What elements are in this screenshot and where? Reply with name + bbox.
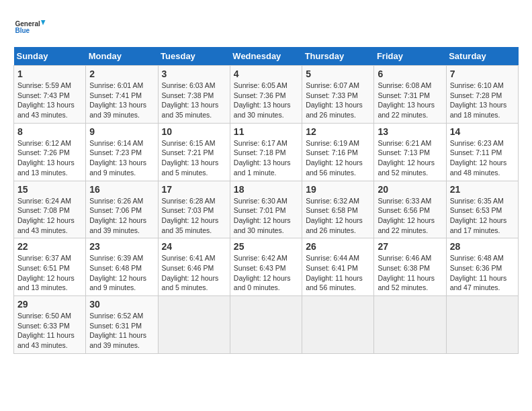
day-number: 20 (378, 184, 442, 195)
calendar-cell: 4Sunrise: 6:05 AMSunset: 7:36 PMDaylight… (230, 66, 302, 124)
svg-text:General: General (15, 20, 40, 28)
day-info: Sunrise: 6:14 AMSunset: 7:23 PMDaylight:… (89, 138, 154, 178)
day-header-friday: Friday (374, 47, 446, 66)
day-info: Sunrise: 6:23 AMSunset: 7:11 PMDaylight:… (450, 138, 515, 178)
day-number: 22 (17, 241, 82, 252)
day-header-tuesday: Tuesday (158, 47, 230, 66)
day-info: Sunrise: 6:21 AMSunset: 7:13 PMDaylight:… (378, 138, 442, 178)
day-number: 13 (378, 126, 442, 137)
calendar-cell: 22Sunrise: 6:37 AMSunset: 6:51 PMDayligh… (14, 238, 86, 296)
day-number: 5 (306, 68, 370, 79)
day-number: 2 (89, 68, 154, 79)
calendar-table: SundayMondayTuesdayWednesdayThursdayFrid… (13, 47, 519, 354)
day-info: Sunrise: 6:35 AMSunset: 6:53 PMDaylight:… (450, 196, 515, 236)
day-info: Sunrise: 6:05 AMSunset: 7:36 PMDaylight:… (234, 81, 298, 120)
day-info: Sunrise: 6:37 AMSunset: 6:51 PMDaylight:… (17, 253, 82, 293)
calendar-cell: 9Sunrise: 6:14 AMSunset: 7:23 PMDaylight… (86, 123, 158, 181)
day-info: Sunrise: 6:03 AMSunset: 7:38 PMDaylight:… (162, 81, 226, 120)
day-header-thursday: Thursday (302, 47, 374, 66)
calendar-week-3: 15Sunrise: 6:24 AMSunset: 7:08 PMDayligh… (14, 181, 519, 238)
day-info: Sunrise: 6:07 AMSunset: 7:33 PMDaylight:… (306, 81, 370, 120)
day-info: Sunrise: 6:26 AMSunset: 7:06 PMDaylight:… (89, 196, 154, 236)
day-info: Sunrise: 5:59 AMSunset: 7:43 PMDaylight:… (17, 81, 82, 120)
day-header-monday: Monday (86, 47, 158, 66)
day-info: Sunrise: 6:12 AMSunset: 7:26 PMDaylight:… (17, 138, 82, 178)
calendar-cell: 18Sunrise: 6:30 AMSunset: 7:01 PMDayligh… (230, 181, 302, 238)
logo-svg: General Blue (13, 13, 47, 40)
calendar-cell: 1Sunrise: 5:59 AMSunset: 7:43 PMDaylight… (14, 66, 86, 124)
calendar-cell: 15Sunrise: 6:24 AMSunset: 7:08 PMDayligh… (14, 181, 86, 238)
day-number: 3 (162, 68, 226, 79)
calendar-cell: 11Sunrise: 6:17 AMSunset: 7:18 PMDayligh… (230, 123, 302, 181)
day-info: Sunrise: 6:48 AMSunset: 6:36 PMDaylight:… (450, 253, 515, 293)
day-number: 9 (89, 126, 154, 137)
svg-marker-2 (41, 20, 46, 26)
day-number: 26 (306, 241, 370, 252)
calendar-cell: 21Sunrise: 6:35 AMSunset: 6:53 PMDayligh… (446, 181, 518, 238)
calendar-cell (374, 296, 446, 354)
day-info: Sunrise: 6:15 AMSunset: 7:21 PMDaylight:… (162, 138, 226, 178)
day-number: 24 (162, 241, 226, 252)
day-number: 1 (17, 68, 82, 79)
day-info: Sunrise: 6:30 AMSunset: 7:01 PMDaylight:… (234, 196, 298, 236)
day-header-saturday: Saturday (446, 47, 518, 66)
day-number: 30 (89, 299, 154, 310)
day-number: 28 (450, 241, 515, 252)
calendar-cell: 13Sunrise: 6:21 AMSunset: 7:13 PMDayligh… (374, 123, 446, 181)
day-info: Sunrise: 6:44 AMSunset: 6:41 PMDaylight:… (306, 253, 370, 293)
calendar-cell: 29Sunrise: 6:50 AMSunset: 6:33 PMDayligh… (14, 296, 86, 354)
day-info: Sunrise: 6:52 AMSunset: 6:31 PMDaylight:… (89, 311, 154, 351)
calendar-cell: 23Sunrise: 6:39 AMSunset: 6:48 PMDayligh… (86, 238, 158, 296)
calendar-cell: 2Sunrise: 6:01 AMSunset: 7:41 PMDaylight… (86, 66, 158, 124)
day-info: Sunrise: 6:01 AMSunset: 7:41 PMDaylight:… (89, 81, 154, 120)
day-number: 15 (17, 184, 82, 195)
calendar-cell: 6Sunrise: 6:08 AMSunset: 7:31 PMDaylight… (374, 66, 446, 124)
calendar-cell: 5Sunrise: 6:07 AMSunset: 7:33 PMDaylight… (302, 66, 374, 124)
calendar-cell (446, 296, 518, 354)
day-info: Sunrise: 6:39 AMSunset: 6:48 PMDaylight:… (89, 253, 154, 293)
day-info: Sunrise: 6:24 AMSunset: 7:08 PMDaylight:… (17, 196, 82, 236)
day-number: 11 (234, 126, 298, 137)
day-info: Sunrise: 6:28 AMSunset: 7:03 PMDaylight:… (162, 196, 226, 236)
calendar-cell: 26Sunrise: 6:44 AMSunset: 6:41 PMDayligh… (302, 238, 374, 296)
day-info: Sunrise: 6:33 AMSunset: 6:56 PMDaylight:… (378, 196, 442, 236)
calendar-cell: 24Sunrise: 6:41 AMSunset: 6:46 PMDayligh… (158, 238, 230, 296)
day-header-sunday: Sunday (14, 47, 86, 66)
calendar-cell: 14Sunrise: 6:23 AMSunset: 7:11 PMDayligh… (446, 123, 518, 181)
calendar-cell: 28Sunrise: 6:48 AMSunset: 6:36 PMDayligh… (446, 238, 518, 296)
calendar-cell: 30Sunrise: 6:52 AMSunset: 6:31 PMDayligh… (86, 296, 158, 354)
day-number: 14 (450, 126, 515, 137)
day-info: Sunrise: 6:08 AMSunset: 7:31 PMDaylight:… (378, 81, 442, 120)
day-number: 7 (450, 68, 515, 79)
day-number: 10 (162, 126, 226, 137)
calendar-cell: 19Sunrise: 6:32 AMSunset: 6:58 PMDayligh… (302, 181, 374, 238)
calendar-cell: 17Sunrise: 6:28 AMSunset: 7:03 PMDayligh… (158, 181, 230, 238)
calendar-cell: 16Sunrise: 6:26 AMSunset: 7:06 PMDayligh… (86, 181, 158, 238)
svg-text:Blue: Blue (15, 27, 30, 34)
day-number: 18 (234, 184, 298, 195)
day-number: 27 (378, 241, 442, 252)
calendar-cell: 20Sunrise: 6:33 AMSunset: 6:56 PMDayligh… (374, 181, 446, 238)
day-number: 8 (17, 126, 82, 137)
day-number: 6 (378, 68, 442, 79)
calendar-cell (230, 296, 302, 354)
page-header: General Blue (13, 13, 519, 40)
calendar-cell: 25Sunrise: 6:42 AMSunset: 6:43 PMDayligh… (230, 238, 302, 296)
calendar-week-4: 22Sunrise: 6:37 AMSunset: 6:51 PMDayligh… (14, 238, 519, 296)
logo: General Blue (13, 13, 47, 40)
calendar-header-row: SundayMondayTuesdayWednesdayThursdayFrid… (14, 47, 519, 66)
day-number: 16 (89, 184, 154, 195)
calendar-cell: 3Sunrise: 6:03 AMSunset: 7:38 PMDaylight… (158, 66, 230, 124)
day-number: 29 (17, 299, 82, 310)
day-number: 17 (162, 184, 226, 195)
day-number: 21 (450, 184, 515, 195)
day-info: Sunrise: 6:41 AMSunset: 6:46 PMDaylight:… (162, 253, 226, 293)
day-number: 23 (89, 241, 154, 252)
calendar-week-1: 1Sunrise: 5:59 AMSunset: 7:43 PMDaylight… (14, 66, 519, 124)
day-number: 19 (306, 184, 370, 195)
day-info: Sunrise: 6:32 AMSunset: 6:58 PMDaylight:… (306, 196, 370, 236)
calendar-cell: 27Sunrise: 6:46 AMSunset: 6:38 PMDayligh… (374, 238, 446, 296)
calendar-cell (302, 296, 374, 354)
calendar-cell: 10Sunrise: 6:15 AMSunset: 7:21 PMDayligh… (158, 123, 230, 181)
calendar-cell (158, 296, 230, 354)
